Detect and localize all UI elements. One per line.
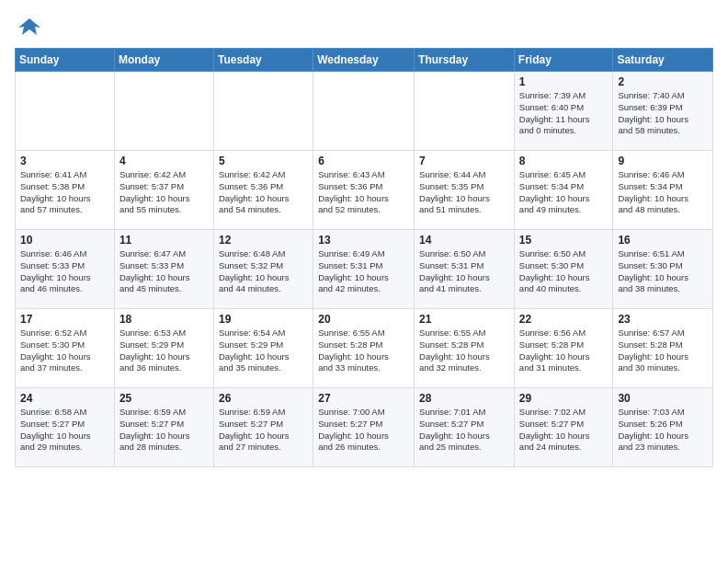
day-info: Sunrise: 6:56 AMSunset: 5:28 PMDaylight:…	[519, 327, 609, 374]
day-cell: 25Sunrise: 6:59 AMSunset: 5:27 PMDayligh…	[114, 388, 213, 467]
day-info: Sunrise: 6:58 AMSunset: 5:27 PMDaylight:…	[20, 407, 109, 454]
day-info: Sunrise: 6:52 AMSunset: 5:30 PMDaylight:…	[20, 327, 109, 374]
day-number: 14	[419, 234, 509, 247]
svg-marker-0	[18, 18, 40, 35]
weekday-wednesday: Wednesday	[313, 49, 415, 72]
day-number: 2	[618, 75, 708, 88]
day-number: 7	[419, 155, 509, 167]
day-cell: 3Sunrise: 6:41 AMSunset: 5:38 PMDaylight…	[16, 151, 115, 230]
day-number: 30	[618, 392, 708, 405]
day-info: Sunrise: 6:55 AMSunset: 5:28 PMDaylight:…	[419, 327, 509, 374]
day-cell: 27Sunrise: 7:00 AMSunset: 5:27 PMDayligh…	[313, 388, 415, 467]
week-row-3: 10Sunrise: 6:46 AMSunset: 5:33 PMDayligh…	[16, 230, 713, 309]
week-row-2: 3Sunrise: 6:41 AMSunset: 5:38 PMDaylight…	[16, 151, 713, 230]
day-cell: 10Sunrise: 6:46 AMSunset: 5:33 PMDayligh…	[16, 230, 115, 309]
day-info: Sunrise: 6:42 AMSunset: 5:36 PMDaylight:…	[219, 169, 308, 216]
day-cell	[114, 72, 213, 151]
day-number: 13	[318, 234, 409, 247]
day-number: 16	[618, 234, 708, 247]
calendar-table: SundayMondayTuesdayWednesdayThursdayFrid…	[15, 48, 713, 467]
day-cell: 6Sunrise: 6:43 AMSunset: 5:36 PMDaylight…	[313, 151, 415, 230]
day-number: 11	[119, 234, 209, 247]
day-info: Sunrise: 6:55 AMSunset: 5:28 PMDaylight:…	[318, 327, 409, 374]
day-cell: 26Sunrise: 6:59 AMSunset: 5:27 PMDayligh…	[213, 388, 313, 467]
day-cell	[415, 72, 515, 151]
day-number: 17	[20, 313, 109, 326]
day-info: Sunrise: 6:49 AMSunset: 5:31 PMDaylight:…	[318, 248, 409, 295]
day-info: Sunrise: 6:45 AMSunset: 5:34 PMDaylight:…	[519, 169, 609, 216]
day-cell: 8Sunrise: 6:45 AMSunset: 5:34 PMDaylight…	[514, 151, 613, 230]
day-number: 8	[519, 155, 609, 167]
day-number: 4	[119, 155, 209, 167]
header	[15, 15, 713, 37]
day-cell: 19Sunrise: 6:54 AMSunset: 5:29 PMDayligh…	[213, 309, 313, 388]
day-cell	[16, 72, 115, 151]
day-info: Sunrise: 6:42 AMSunset: 5:37 PMDaylight:…	[119, 169, 209, 216]
day-cell: 20Sunrise: 6:55 AMSunset: 5:28 PMDayligh…	[313, 309, 415, 388]
weekday-friday: Friday	[514, 49, 613, 72]
day-info: Sunrise: 7:00 AMSunset: 5:27 PMDaylight:…	[318, 407, 409, 454]
day-info: Sunrise: 7:03 AMSunset: 5:26 PMDaylight:…	[618, 407, 708, 454]
day-cell: 29Sunrise: 7:02 AMSunset: 5:27 PMDayligh…	[514, 388, 613, 467]
weekday-sunday: Sunday	[16, 49, 115, 72]
day-number: 15	[519, 234, 609, 247]
day-number: 5	[219, 155, 308, 167]
day-cell: 5Sunrise: 6:42 AMSunset: 5:36 PMDaylight…	[213, 151, 313, 230]
day-cell: 18Sunrise: 6:53 AMSunset: 5:29 PMDayligh…	[114, 309, 213, 388]
weekday-monday: Monday	[114, 49, 213, 72]
logo-bird-icon	[17, 15, 42, 40]
day-info: Sunrise: 6:44 AMSunset: 5:35 PMDaylight:…	[419, 169, 509, 216]
day-number: 23	[618, 313, 708, 326]
day-cell: 21Sunrise: 6:55 AMSunset: 5:28 PMDayligh…	[415, 309, 515, 388]
day-cell: 13Sunrise: 6:49 AMSunset: 5:31 PMDayligh…	[313, 230, 415, 309]
day-cell: 17Sunrise: 6:52 AMSunset: 5:30 PMDayligh…	[16, 309, 115, 388]
logo	[15, 15, 42, 37]
day-info: Sunrise: 7:02 AMSunset: 5:27 PMDaylight:…	[519, 407, 609, 454]
day-number: 28	[419, 392, 509, 405]
day-number: 18	[119, 313, 209, 326]
day-number: 22	[519, 313, 609, 326]
week-row-4: 17Sunrise: 6:52 AMSunset: 5:30 PMDayligh…	[16, 309, 713, 388]
day-number: 26	[219, 392, 308, 405]
day-info: Sunrise: 6:46 AMSunset: 5:34 PMDaylight:…	[618, 169, 708, 216]
day-info: Sunrise: 6:59 AMSunset: 5:27 PMDaylight:…	[119, 407, 209, 454]
day-cell: 30Sunrise: 7:03 AMSunset: 5:26 PMDayligh…	[613, 388, 713, 467]
weekday-saturday: Saturday	[613, 49, 713, 72]
day-number: 9	[618, 155, 708, 167]
day-cell: 7Sunrise: 6:44 AMSunset: 5:35 PMDaylight…	[415, 151, 515, 230]
weekday-thursday: Thursday	[415, 49, 515, 72]
day-info: Sunrise: 7:01 AMSunset: 5:27 PMDaylight:…	[419, 407, 509, 454]
week-row-1: 1Sunrise: 7:39 AMSunset: 6:40 PMDaylight…	[16, 72, 713, 151]
day-cell: 2Sunrise: 7:40 AMSunset: 6:39 PMDaylight…	[613, 72, 713, 151]
day-info: Sunrise: 6:43 AMSunset: 5:36 PMDaylight:…	[318, 169, 409, 216]
day-number: 12	[219, 234, 308, 247]
day-number: 1	[519, 75, 609, 88]
day-number: 20	[318, 313, 409, 326]
day-number: 6	[318, 155, 409, 167]
day-number: 24	[20, 392, 109, 405]
day-cell	[313, 72, 415, 151]
day-info: Sunrise: 6:59 AMSunset: 5:27 PMDaylight:…	[219, 407, 308, 454]
day-info: Sunrise: 6:54 AMSunset: 5:29 PMDaylight:…	[219, 327, 308, 374]
day-info: Sunrise: 6:46 AMSunset: 5:33 PMDaylight:…	[20, 248, 109, 295]
day-cell: 14Sunrise: 6:50 AMSunset: 5:31 PMDayligh…	[415, 230, 515, 309]
day-number: 10	[20, 234, 109, 247]
week-row-5: 24Sunrise: 6:58 AMSunset: 5:27 PMDayligh…	[16, 388, 713, 467]
day-info: Sunrise: 6:48 AMSunset: 5:32 PMDaylight:…	[219, 248, 308, 295]
day-cell: 9Sunrise: 6:46 AMSunset: 5:34 PMDaylight…	[613, 151, 713, 230]
day-info: Sunrise: 6:47 AMSunset: 5:33 PMDaylight:…	[119, 248, 209, 295]
day-info: Sunrise: 6:51 AMSunset: 5:30 PMDaylight:…	[618, 248, 708, 295]
day-info: Sunrise: 7:40 AMSunset: 6:39 PMDaylight:…	[618, 90, 708, 137]
day-number: 25	[119, 392, 209, 405]
day-number: 21	[419, 313, 509, 326]
day-number: 27	[318, 392, 409, 405]
day-cell: 4Sunrise: 6:42 AMSunset: 5:37 PMDaylight…	[114, 151, 213, 230]
day-cell: 24Sunrise: 6:58 AMSunset: 5:27 PMDayligh…	[16, 388, 115, 467]
day-cell: 28Sunrise: 7:01 AMSunset: 5:27 PMDayligh…	[415, 388, 515, 467]
day-cell: 23Sunrise: 6:57 AMSunset: 5:28 PMDayligh…	[613, 309, 713, 388]
day-info: Sunrise: 6:57 AMSunset: 5:28 PMDaylight:…	[618, 327, 708, 374]
day-info: Sunrise: 6:41 AMSunset: 5:38 PMDaylight:…	[20, 169, 109, 216]
weekday-tuesday: Tuesday	[213, 49, 313, 72]
day-cell: 16Sunrise: 6:51 AMSunset: 5:30 PMDayligh…	[613, 230, 713, 309]
day-info: Sunrise: 6:50 AMSunset: 5:30 PMDaylight:…	[519, 248, 609, 295]
